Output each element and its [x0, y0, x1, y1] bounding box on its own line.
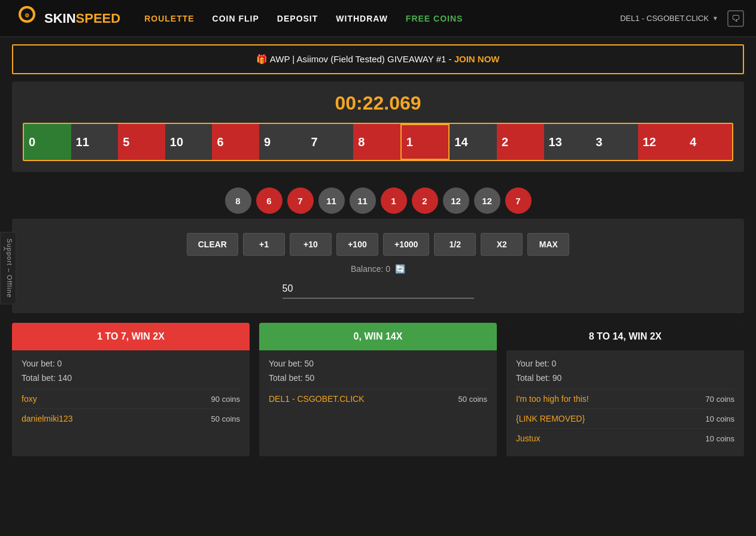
bet-amount: 50 coins — [459, 395, 487, 404]
bet-amount: 90 coins — [211, 395, 240, 404]
history-ball: 12 — [474, 187, 500, 214]
game-panel-green: 0, WIN 14XYour bet: 50Total bet: 50DEL1 … — [259, 323, 497, 456]
panel-header-green[interactable]: 0, WIN 14X — [259, 323, 497, 350]
history-ball: 7 — [505, 187, 532, 214]
bets-list-black: I'm too high for this!70 coins{LINK REMO… — [516, 389, 734, 448]
bet-btn-plus100[interactable]: +100 — [336, 233, 378, 256]
history-ball: 2 — [412, 187, 438, 214]
nav-freecoins[interactable]: FREE COINS — [406, 14, 463, 23]
chevron-down-icon: ▼ — [712, 15, 718, 22]
chat-button[interactable]: 🗨 — [727, 10, 744, 27]
panel-your-bet-black: Your bet: 0 — [516, 359, 734, 368]
panel-body-red: Your bet: 0Total bet: 140foxy90 coinsdan… — [12, 350, 250, 437]
roulette-cell-8: 8 — [353, 124, 400, 160]
bet-input[interactable] — [283, 280, 474, 299]
balance-value: 0 — [385, 264, 390, 274]
bettor-name[interactable]: danielmiki123 — [22, 414, 73, 423]
server-selector[interactable]: DEL1 - CSGOBET.CLICK ▼ — [620, 14, 718, 23]
bet-entry: foxy90 coins — [22, 389, 240, 408]
bettor-name[interactable]: I'm too high for this! — [516, 394, 589, 404]
logo[interactable]: ⚙ SKINSPEED — [12, 4, 120, 34]
bet-btn-clear[interactable]: CLEAR — [187, 233, 238, 256]
bettor-name[interactable]: {LINK REMOVED} — [516, 414, 585, 423]
balance-row: Balance: 0 🔄 — [30, 264, 726, 274]
bet-btn-plus10[interactable]: +10 — [290, 233, 332, 256]
bet-entry: I'm too high for this!70 coins — [516, 389, 734, 408]
countdown-timer: 00:22.069 — [23, 92, 733, 114]
bet-btn-half[interactable]: 1/2 — [434, 233, 476, 256]
roulette-cell-12: 12 — [638, 124, 685, 160]
bets-list-green: DEL1 - CSGOBET.CLICK50 coins — [269, 389, 487, 408]
game-panel-black: 8 TO 14, WIN 2XYour bet: 0Total bet: 90I… — [506, 323, 744, 456]
panel-header-black[interactable]: 8 TO 14, WIN 2X — [506, 323, 744, 350]
roulette-cell-6: 6 — [212, 124, 259, 160]
support-arrow: › — [3, 243, 6, 253]
history-ball: 11 — [318, 187, 345, 214]
roulette-cell-2: 2 — [497, 124, 544, 160]
roulette-cell-1: 1 — [400, 124, 450, 160]
nav-deposit[interactable]: DEPOSIT — [277, 14, 318, 23]
bet-btn-plus1[interactable]: +1 — [243, 233, 285, 256]
banner-text: AWP | Asiimov (Field Tested) GIVEAWAY #1… — [270, 54, 454, 64]
history-ball: 12 — [443, 187, 469, 214]
server-label: DEL1 - CSGOBET.CLICK — [620, 14, 709, 23]
panel-your-bet-red: Your bet: 0 — [22, 359, 240, 368]
roulette-cell-9: 9 — [259, 124, 306, 160]
bet-btn-plus1000[interactable]: +1000 — [383, 233, 429, 256]
panel-total-bet-black: Total bet: 90 — [516, 373, 734, 383]
roulette-cell-11: 11 — [71, 124, 119, 160]
banner-icon: 🎁 — [256, 54, 268, 64]
bet-entry: {LINK REMOVED}10 coins — [516, 408, 734, 428]
history-ball: 7 — [287, 187, 314, 214]
support-label: Support – Offline — [6, 238, 13, 298]
roulette-cell-10: 10 — [165, 124, 212, 160]
panel-total-bet-red: Total bet: 140 — [22, 373, 240, 383]
roulette-cell-7: 7 — [306, 124, 354, 160]
roulette-track: 01151069781142133124 — [23, 123, 733, 161]
roulette-cell-0: 0 — [24, 124, 71, 160]
support-sidebar[interactable]: Support – Offline › — [0, 232, 16, 304]
bet-entry: Justux10 coins — [516, 428, 734, 448]
header-right: DEL1 - CSGOBET.CLICK ▼ 🗨 — [620, 10, 744, 27]
main-nav: ROULETTE COIN FLIP DEPOSIT WITHDRAW FREE… — [144, 14, 620, 23]
roulette-cell-3: 3 — [591, 124, 638, 160]
timer-section: 00:22.069 01151069781142133124 — [12, 81, 744, 172]
bet-amount: 10 coins — [706, 434, 734, 443]
bet-amount: 10 coins — [706, 414, 734, 423]
balance-label: Balance: — [351, 264, 383, 274]
bettor-name[interactable]: Justux — [516, 434, 540, 443]
game-panel-red: 1 TO 7, WIN 2XYour bet: 0Total bet: 140f… — [12, 323, 250, 456]
nav-withdraw[interactable]: WITHDRAW — [336, 14, 388, 23]
refresh-icon[interactable]: 🔄 — [395, 264, 405, 274]
roulette-cell-5: 5 — [118, 124, 165, 160]
nav-roulette[interactable]: ROULETTE — [144, 14, 194, 23]
history-ball: 1 — [381, 187, 407, 214]
panel-total-bet-green: Total bet: 50 — [269, 373, 487, 383]
panel-your-bet-green: Your bet: 50 — [269, 359, 487, 368]
svg-text:⚙: ⚙ — [25, 13, 29, 19]
roulette-cell-14: 14 — [450, 124, 497, 160]
bet-buttons-row: CLEAR+1+10+100+10001/2X2MAX — [30, 233, 726, 256]
logo-icon: ⚙ — [12, 4, 42, 34]
game-panels: 1 TO 7, WIN 2XYour bet: 0Total bet: 140f… — [12, 323, 744, 456]
bet-btn-double[interactable]: X2 — [481, 233, 523, 256]
bet-btn-max[interactable]: MAX — [527, 233, 569, 256]
bet-amount: 70 coins — [706, 395, 734, 404]
history-ball: 6 — [256, 187, 283, 214]
panel-body-green: Your bet: 50Total bet: 50DEL1 - CSGOBET.… — [259, 350, 497, 417]
bet-entry: DEL1 - CSGOBET.CLICK50 coins — [269, 389, 487, 408]
roulette-cell-13: 13 — [544, 124, 591, 160]
panel-body-black: Your bet: 0Total bet: 90I'm too high for… — [506, 350, 744, 456]
history-section: 86711111212127 — [0, 178, 756, 219]
bet-input-row — [30, 280, 726, 299]
logo-skin: SKIN — [44, 11, 76, 26]
bettor-name[interactable]: DEL1 - CSGOBET.CLICK — [269, 394, 365, 404]
panel-header-red[interactable]: 1 TO 7, WIN 2X — [12, 323, 250, 350]
history-ball: 8 — [225, 187, 251, 214]
join-now-button[interactable]: JOIN NOW — [454, 54, 500, 64]
nav-coinflip[interactable]: COIN FLIP — [212, 14, 259, 23]
bets-list-red: foxy90 coinsdanielmiki12350 coins — [22, 389, 240, 428]
bet-entry: danielmiki12350 coins — [22, 408, 240, 428]
bettor-name[interactable]: foxy — [22, 394, 37, 404]
bet-section: CLEAR+1+10+100+10001/2X2MAX Balance: 0 🔄 — [12, 219, 744, 313]
